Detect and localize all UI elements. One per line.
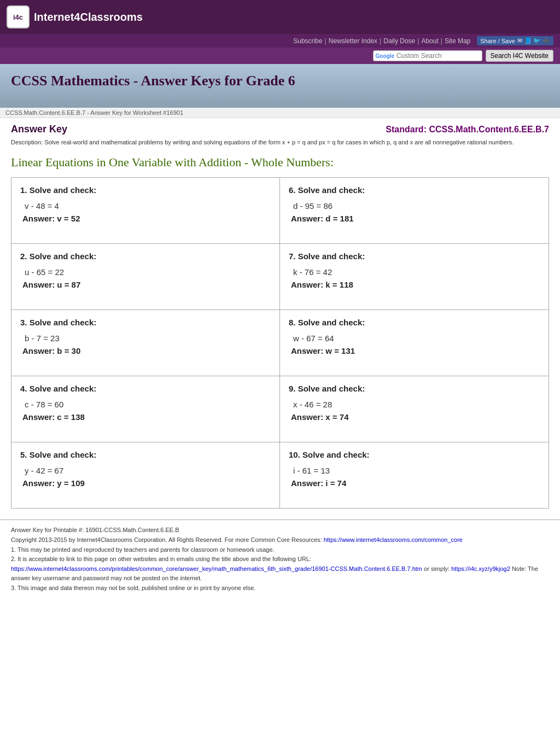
- prob-number-10: 10. Solve and check:: [289, 450, 540, 459]
- prob-answer-9: Answer: x = 74: [291, 412, 540, 422]
- prob-equation-3: b - 7 = 23: [25, 334, 271, 343]
- logo-icon: i4c: [7, 5, 30, 28]
- page-main-title: CCSS Mathematics - Answer Keys for Grade…: [11, 73, 549, 89]
- prob-number-6: 6. Solve and check:: [289, 185, 540, 195]
- prob-equation-6: d - 95 = 86: [293, 201, 540, 211]
- prob-number-3: 3. Solve and check:: [20, 318, 271, 327]
- prob-equation-8: w - 67 = 64: [293, 334, 540, 343]
- site-name: Internet4Classrooms: [34, 11, 143, 24]
- problem-cell-2: 2. Solve and check: u - 65 = 22 Answer: …: [11, 244, 280, 310]
- footer-note2: 2. It is acceptable to link to this page…: [11, 554, 549, 564]
- problems-grid: 1. Solve and check: v - 48 = 4 Answer: v…: [11, 177, 549, 509]
- prob-equation-10: i - 61 = 13: [293, 466, 540, 475]
- full-url-link[interactable]: https://www.internet4classrooms.com/prin…: [11, 565, 422, 572]
- share-save-button[interactable]: Share / Save ✉ 📘 🐦 ➕: [477, 36, 553, 45]
- problem-cell-10: 10. Solve and check: i - 61 = 13 Answer:…: [280, 442, 549, 508]
- problem-cell-9: 9. Solve and check: x - 46 = 28 Answer: …: [280, 376, 549, 442]
- logo-area: i4c Internet4Classrooms: [7, 5, 143, 28]
- prob-answer-3: Answer: b = 30: [22, 346, 271, 355]
- google-logo: Google: [376, 53, 394, 59]
- search-input-wrap: Google: [373, 50, 482, 61]
- short-url-link[interactable]: https://i4c.xyz/y9kjog2: [451, 565, 510, 572]
- banner: CCSS Mathematics - Answer Keys for Grade…: [0, 64, 560, 108]
- breadcrumb: CCSS.Math.Content.6.EE.B.7 - Answer Key …: [0, 108, 560, 118]
- prob-number-5: 5. Solve and check:: [20, 450, 271, 459]
- prob-number-8: 8. Solve and check:: [289, 318, 540, 327]
- footer-url-line: https://www.internet4classrooms.com/prin…: [11, 564, 549, 583]
- prob-equation-9: x - 46 = 28: [293, 400, 540, 409]
- problem-cell-6: 6. Solve and check: d - 95 = 86 Answer: …: [280, 178, 549, 243]
- prob-number-1: 1. Solve and check:: [20, 185, 271, 195]
- problem-row-3: 3. Solve and check: b - 7 = 23 Answer: b…: [11, 310, 549, 376]
- prob-answer-5: Answer: y = 109: [22, 478, 271, 488]
- footer: Answer Key for Printable #: 16901-CCSS.M…: [0, 519, 560, 598]
- problem-cell-7: 7. Solve and check: k - 76 = 42 Answer: …: [280, 244, 549, 310]
- site-map-link[interactable]: Site Map: [442, 37, 472, 45]
- common-core-link[interactable]: https://www.internet4classrooms.com/comm…: [324, 536, 463, 543]
- share-icons: ✉ 📘 🐦 ➕: [517, 37, 550, 44]
- prob-equation-1: v - 48 = 4: [25, 201, 271, 211]
- problem-cell-4: 4. Solve and check: c - 78 = 60 Answer: …: [11, 376, 280, 442]
- search-bar: Google Search I4C Website: [0, 48, 560, 64]
- share-save-label: Share / Save: [480, 38, 515, 44]
- problem-cell-8: 8. Solve and check: w - 67 = 64 Answer: …: [280, 310, 549, 376]
- search-input[interactable]: [396, 52, 473, 60]
- daily-dose-link[interactable]: Daily Dose: [381, 37, 417, 45]
- search-button[interactable]: Search I4C Website: [486, 50, 554, 62]
- prob-answer-2: Answer: u = 87: [22, 280, 271, 289]
- footer-note1: 1. This may be printed and reproduced by…: [11, 545, 549, 555]
- prob-answer-10: Answer: i = 74: [291, 478, 540, 488]
- prob-equation-5: y - 42 = 67: [25, 466, 271, 475]
- problem-cell-1: 1. Solve and check: v - 48 = 4 Answer: v…: [11, 178, 280, 243]
- about-link[interactable]: About: [419, 37, 440, 45]
- top-nav: Subscribe | Newsletter Index | Daily Dos…: [0, 34, 560, 48]
- problem-row-5: 5. Solve and check: y - 42 = 67 Answer: …: [11, 442, 549, 508]
- worksheet-title: Linear Equations in One Variable with Ad…: [11, 155, 549, 170]
- prob-answer-4: Answer: c = 138: [22, 412, 271, 422]
- prob-equation-4: c - 78 = 60: [25, 400, 271, 409]
- problem-cell-5: 5. Solve and check: y - 42 = 67 Answer: …: [11, 442, 280, 508]
- problem-row-2: 2. Solve and check: u - 65 = 22 Answer: …: [11, 244, 549, 310]
- description: Description: Solve real-world and mathem…: [11, 138, 549, 147]
- prob-equation-2: u - 65 = 22: [25, 267, 271, 277]
- footer-printable-ref: Answer Key for Printable #: 16901-CCSS.M…: [11, 526, 549, 535]
- answer-key-title: Answer Key: [11, 124, 67, 135]
- prob-number-9: 9. Solve and check:: [289, 384, 540, 393]
- site-header: i4c Internet4Classrooms: [0, 0, 560, 34]
- problem-cell-3: 3. Solve and check: b - 7 = 23 Answer: b…: [11, 310, 280, 376]
- prob-answer-8: Answer: w = 131: [291, 346, 540, 355]
- footer-copyright: Copyright 2013-2015 by Internet4Classroo…: [11, 535, 549, 545]
- subscribe-link[interactable]: Subscribe: [291, 37, 324, 45]
- prob-number-4: 4. Solve and check:: [20, 384, 271, 393]
- content-area: Answer Key Standard: CCSS.Math.Content.6…: [0, 118, 560, 514]
- problem-row-4: 4. Solve and check: c - 78 = 60 Answer: …: [11, 376, 549, 442]
- prob-answer-7: Answer: k = 118: [291, 280, 540, 289]
- problem-row-1: 1. Solve and check: v - 48 = 4 Answer: v…: [11, 178, 549, 244]
- newsletter-index-link[interactable]: Newsletter Index: [326, 37, 380, 45]
- prob-number-2: 2. Solve and check:: [20, 252, 271, 261]
- prob-equation-7: k - 76 = 42: [293, 267, 540, 277]
- prob-answer-6: Answer: d = 181: [291, 214, 540, 223]
- prob-answer-1: Answer: v = 52: [22, 214, 271, 223]
- answer-key-header: Answer Key Standard: CCSS.Math.Content.6…: [11, 124, 549, 135]
- prob-number-7: 7. Solve and check:: [289, 252, 540, 261]
- standard-label: Standard: CCSS.Math.Content.6.EE.B.7: [386, 125, 549, 135]
- footer-note3: 3. This image and data thereon may not b…: [11, 583, 549, 593]
